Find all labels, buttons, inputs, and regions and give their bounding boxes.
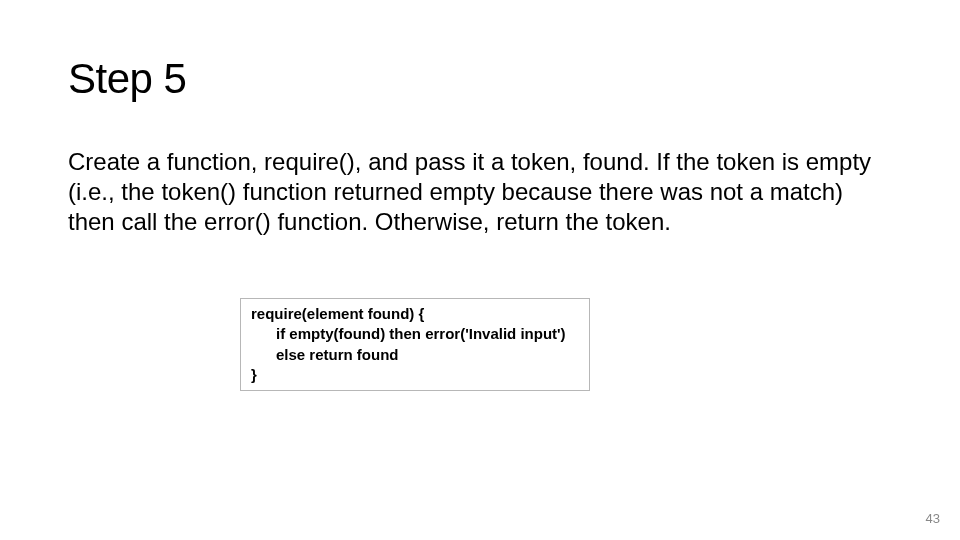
- slide-title: Step 5: [68, 55, 892, 103]
- page-number: 43: [926, 511, 940, 526]
- slide: Step 5 Create a function, require(), and…: [0, 0, 960, 540]
- code-box: require(element found) { if empty(found)…: [240, 298, 590, 391]
- slide-body-text: Create a function, require(), and pass i…: [68, 147, 892, 237]
